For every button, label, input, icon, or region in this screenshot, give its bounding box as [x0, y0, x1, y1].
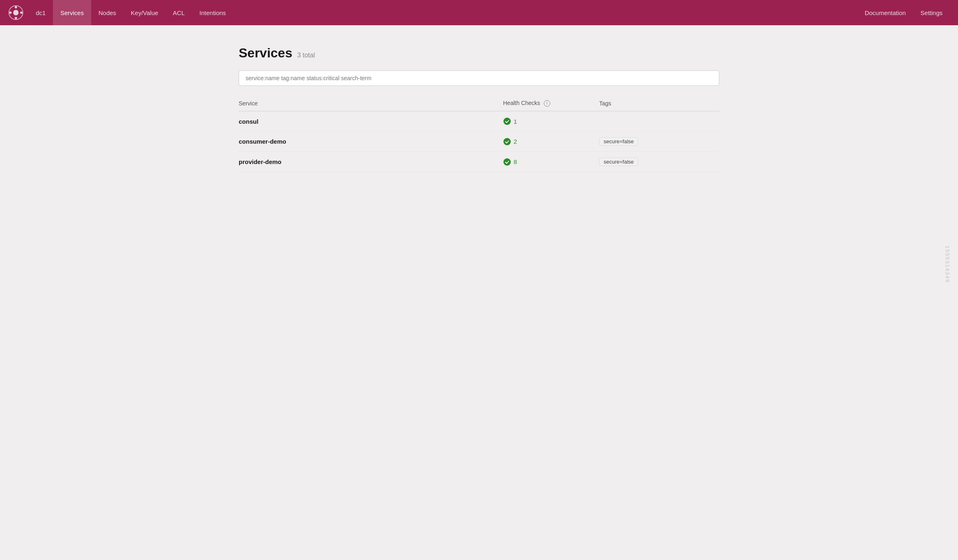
page-title-row: Services 3 total — [239, 46, 719, 61]
svg-point-5 — [20, 11, 22, 14]
nav-documentation[interactable]: Documentation — [857, 0, 913, 25]
svg-point-4 — [9, 11, 12, 14]
nav-item-nodes[interactable]: Nodes — [91, 0, 123, 25]
health-count: 8 — [514, 158, 517, 165]
health-check-icon — [503, 117, 511, 125]
table-header-row: Service Health Checks i Tags — [239, 96, 719, 111]
table-row[interactable]: consul 1 — [239, 111, 719, 131]
health-cell: 2 — [503, 138, 599, 146]
svg-point-7 — [503, 138, 511, 145]
col-header-health: Health Checks i — [503, 96, 599, 111]
service-name[interactable]: consul — [239, 118, 258, 125]
svg-point-8 — [503, 158, 511, 166]
col-header-tags: Tags — [599, 96, 719, 111]
main-content: Services 3 total Service Health Checks i… — [214, 25, 744, 192]
health-checks-info-icon: i — [544, 100, 550, 107]
tag-badge: secure=false — [599, 158, 638, 166]
table-row[interactable]: consumer-demo 2 secure=false — [239, 131, 719, 152]
nav-settings[interactable]: Settings — [913, 0, 950, 25]
nav-dc1[interactable]: dc1 — [29, 0, 53, 25]
svg-point-6 — [503, 118, 511, 125]
nav-item-acl[interactable]: ACL — [165, 0, 192, 25]
nav-item-services[interactable]: Services — [53, 0, 91, 25]
health-check-icon — [503, 138, 511, 146]
page-subtitle: 3 total — [297, 52, 315, 59]
svg-point-3 — [15, 17, 17, 19]
page-title: Services — [239, 46, 292, 61]
services-table: Service Health Checks i Tags consul 1 co… — [239, 96, 719, 172]
navbar: dc1 Services Nodes Key/Value ACL Intenti… — [0, 0, 958, 25]
search-input[interactable] — [239, 70, 719, 86]
consul-logo — [8, 5, 24, 20]
health-cell: 8 — [503, 158, 599, 166]
nav-item-keyvalue[interactable]: Key/Value — [123, 0, 165, 25]
col-header-service: Service — [239, 96, 503, 111]
svg-point-2 — [15, 6, 17, 9]
health-count: 2 — [514, 138, 517, 145]
nav-item-intentions[interactable]: Intentions — [192, 0, 233, 25]
service-name[interactable]: consumer-demo — [239, 138, 286, 145]
table-row[interactable]: provider-demo 8 secure=false — [239, 152, 719, 172]
health-check-icon — [503, 158, 511, 166]
watermark: 1555314349 — [944, 245, 950, 283]
svg-point-1 — [13, 10, 18, 15]
health-cell: 1 — [503, 117, 599, 125]
health-count: 1 — [514, 118, 517, 125]
tag-badge: secure=false — [599, 137, 638, 146]
service-name[interactable]: provider-demo — [239, 158, 281, 165]
